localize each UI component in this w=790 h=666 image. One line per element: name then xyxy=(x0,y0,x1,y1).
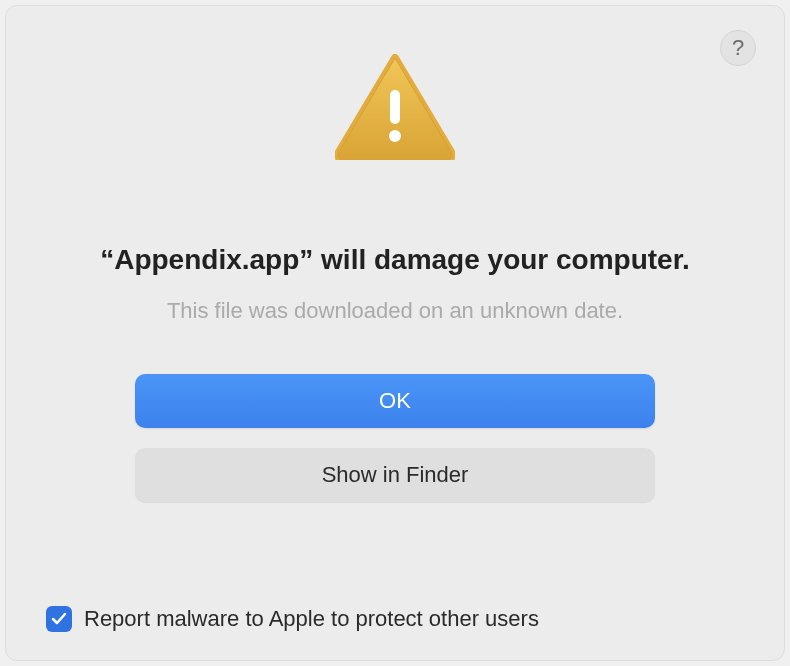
ok-button-label: OK xyxy=(379,388,411,414)
gatekeeper-dialog: ? “Appendix.app” will damage your comput… xyxy=(5,5,785,661)
checkmark-icon xyxy=(50,610,68,628)
dialog-heading: “Appendix.app” will damage your computer… xyxy=(100,244,690,276)
svg-rect-0 xyxy=(390,90,400,124)
help-button[interactable]: ? xyxy=(720,30,756,66)
svg-point-1 xyxy=(389,130,401,142)
report-malware-checkbox[interactable] xyxy=(46,606,72,632)
show-in-finder-label: Show in Finder xyxy=(322,462,469,488)
warning-icon xyxy=(335,54,455,164)
button-stack: OK Show in Finder xyxy=(135,374,655,502)
show-in-finder-button[interactable]: Show in Finder xyxy=(135,448,655,502)
report-malware-row: Report malware to Apple to protect other… xyxy=(46,606,539,632)
report-malware-label: Report malware to Apple to protect other… xyxy=(84,606,539,632)
help-icon-label: ? xyxy=(732,35,744,61)
ok-button[interactable]: OK xyxy=(135,374,655,428)
dialog-subtext: This file was downloaded on an unknown d… xyxy=(167,298,623,324)
